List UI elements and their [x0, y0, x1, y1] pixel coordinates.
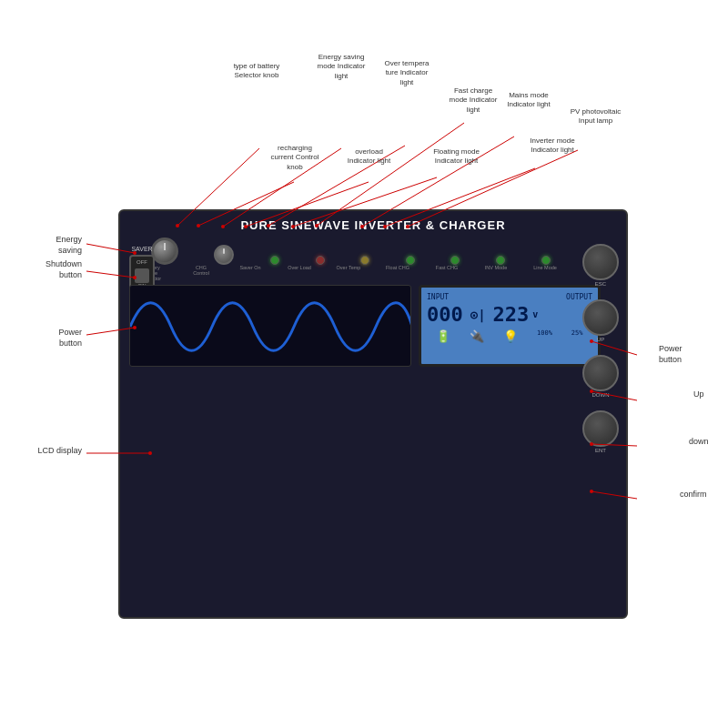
up-button-group: UP: [582, 299, 619, 342]
battery-type-selector[interactable]: [151, 238, 178, 265]
ann-shutdown-left: Shutdown button: [9, 259, 82, 280]
ann-recharging-current: recharging current Control knob: [268, 144, 322, 172]
inv-mode-light: [496, 256, 505, 265]
lcd-values-row: 000 ⊙| 223 v: [427, 303, 592, 326]
fast-chg-light: [450, 256, 460, 265]
chg-control-knob[interactable]: [214, 245, 234, 265]
esc-label: ESC: [595, 281, 606, 287]
ann-energy-saving-left: Energy saving: [9, 235, 82, 256]
up-button[interactable]: [582, 299, 619, 336]
ann-power-left: Power button: [9, 328, 82, 349]
up-label: UP: [597, 337, 604, 342]
ann-floating-mode: Floating mode Indicator light: [431, 147, 481, 167]
over-temp-light: [360, 256, 369, 265]
ann-up-right: Up: [693, 389, 721, 400]
inverter-panel: PURE SINEWAVE INVERTER & CHARGER: [118, 209, 628, 619]
panel-title: PURE SINEWAVE INVERTER & CHARGER: [120, 211, 626, 236]
lcd-input-label: INPUT: [427, 293, 449, 301]
diagram-container: PURE SINEWAVE INVERTER & CHARGER: [0, 0, 728, 728]
fast-chg-indicator: [450, 256, 460, 265]
chg-knob[interactable]: [214, 245, 234, 265]
lcd-display: INPUT OUTPUT 000 ⊙| 223 v 🔋 🔌 💡 100% 25%: [419, 285, 601, 367]
lcd-percent-100: 100%: [537, 329, 552, 343]
label-overtemp: Over Temp: [336, 265, 361, 281]
ann-pv-input: PV photovoltaic Input lamp: [566, 107, 625, 126]
ann-battery-type: type of battery Selector knob: [229, 62, 284, 81]
sinewave-display: [129, 285, 411, 367]
lcd-percent-25: 25%: [571, 329, 583, 343]
switch-handle: [135, 268, 149, 283]
switch-off-label: OFF: [136, 259, 147, 265]
down-label: DOWN: [592, 392, 610, 398]
lcd-battery-icon: 🔋: [436, 329, 450, 343]
saver-on-indicator: [270, 256, 279, 265]
overload-indicator: [316, 256, 325, 265]
saver-light: [270, 256, 279, 265]
sinewave-svg: [130, 286, 411, 367]
ann-power-right: Power button: [659, 344, 721, 365]
esc-button-group: ESC: [582, 244, 619, 287]
lcd-bulb-icon: 💡: [503, 329, 518, 343]
ent-button[interactable]: [582, 410, 619, 447]
label-chg: CHG Control: [188, 265, 214, 281]
line-mode-light: [541, 256, 551, 265]
lcd-header: INPUT OUTPUT: [427, 293, 592, 301]
saver-text: SAVER: [131, 246, 152, 252]
down-button[interactable]: [582, 355, 619, 391]
label-saver: Saver On: [238, 265, 263, 281]
ann-over-temperature: Over tempera ture Indicator light: [380, 59, 433, 87]
float-chg-indicator: [406, 256, 415, 265]
controls-label-row: Battery Type Selector CHG Control Saver …: [120, 265, 626, 281]
lcd-unit: v: [532, 309, 538, 319]
ent-label: ENT: [595, 448, 606, 453]
ann-mains-mode: Mains mode Indicator light: [502, 91, 555, 110]
ann-energy-saving-mode: Energy saving mode Indicator light: [314, 53, 369, 81]
label-overload: Over Load: [287, 265, 312, 281]
label-inv: INV Mode: [483, 265, 509, 281]
label-float: Float CHG: [385, 265, 410, 281]
esc-button[interactable]: [582, 244, 619, 280]
lcd-plug-icon: 🔌: [470, 329, 484, 343]
overload-light: [316, 256, 325, 265]
ann-confirm-right: confirm: [680, 490, 721, 500]
inv-mode-indicator: [496, 256, 505, 265]
lcd-input-value: 000: [427, 303, 463, 326]
lcd-output-value: 223: [493, 303, 530, 326]
ent-button-group: ENT: [582, 410, 619, 453]
label-line: Line Mode: [532, 265, 558, 281]
down-button-group: DOWN: [582, 355, 619, 398]
ann-down-right: down: [689, 437, 721, 448]
lcd-separator: ⊙|: [470, 308, 486, 322]
battery-knob[interactable]: [151, 238, 178, 265]
over-temp-indicator: [360, 256, 369, 265]
label-fast: Fast CHG: [434, 265, 460, 281]
ann-lcd-left: LCD display: [9, 446, 82, 457]
ann-inverter-mode: Inverter mode Indicator light: [526, 136, 579, 156]
ann-fast-charge: Fast charge mode Indicator light: [446, 86, 500, 115]
line-mode-indicator: [541, 256, 551, 265]
ann-overload-light: overload Indicator light: [344, 147, 394, 167]
lcd-icons-row: 🔋 🔌 💡 100% 25%: [427, 329, 592, 343]
float-chg-light: [406, 256, 415, 265]
